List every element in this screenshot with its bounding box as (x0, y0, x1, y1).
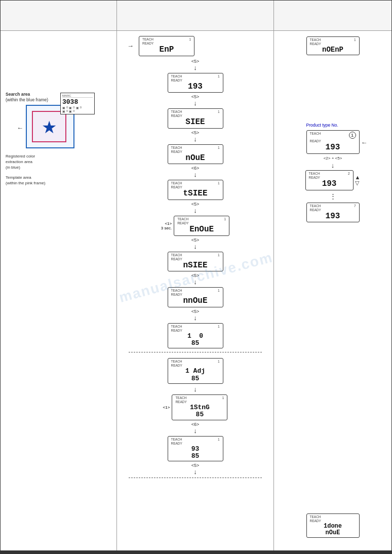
step7-label: <5> (191, 273, 200, 278)
lcd6-num: 1 (224, 217, 226, 221)
lcd10-num: 1 (218, 360, 220, 363)
lcdr5-ready: READY (310, 519, 321, 523)
lcd7-ready: READY (171, 257, 182, 261)
step11-arrow: <6> ↓ (191, 422, 200, 434)
down-arrow-3: ↓ (193, 135, 197, 143)
lcdr1-num: 1 (354, 38, 356, 42)
header-left (1, 1, 117, 30)
step6-note: <1>3 sec. (161, 221, 172, 230)
down-arrow-6: ↓ (193, 243, 197, 250)
lcd5-teach: TEACH (171, 181, 182, 185)
panel-value: 3038 (62, 98, 93, 106)
step11-row: <1> TEACH 1 READY 1StnG85 (163, 393, 228, 421)
step12-label: <5> (191, 463, 200, 468)
lcd11-value: 1StnG85 (175, 404, 224, 419)
product-type-label: Product type No. (306, 123, 360, 128)
lcd6-value: EnOuE (177, 225, 226, 234)
circled-1: 1 (349, 132, 356, 139)
step4-arrow: <6> ↓ (191, 166, 200, 178)
lcd1-ready: READY (142, 42, 153, 45)
updown-arrows: ▲ ▽ (355, 175, 361, 186)
step6-arrow: <5> ↓ (191, 238, 200, 250)
lcd12-ready: READY (171, 442, 182, 445)
lcd2-ready: READY (171, 78, 182, 82)
r3-separator: ⋮ (330, 192, 336, 200)
right-arrow-icon: → (127, 42, 134, 50)
lcdr3-teach: TEACH (309, 172, 320, 175)
step1-arrow: <5> ↓ (191, 59, 200, 71)
left-arrow-icon: ← (17, 124, 23, 132)
dashed-sep-2 (129, 478, 262, 478)
lcd9-value: 1 085 (171, 333, 220, 347)
template-area-label: Template area(within the pink frame) (6, 175, 97, 186)
down-arrow-12: ↓ (193, 468, 197, 476)
right-column: TEACH 1 READY nOEnP Product type No. TEA… (274, 31, 391, 550)
header-bar (1, 1, 391, 31)
step5-arrow: <5> ↓ (191, 202, 200, 214)
star-icon: ★ (35, 114, 63, 140)
step5-label: <5> (191, 202, 200, 207)
lcd-stng-85: TEACH 1 READY 1StnG85 (172, 394, 227, 420)
lcd-size: TEACH 1 READY SIEE (168, 108, 223, 129)
lcd4-num: 1 (218, 146, 220, 149)
step11-label: <6> (191, 422, 200, 427)
step2-label: <5> (191, 94, 200, 99)
lcd-adj-85: TEACH 1 READY 1 Adj85 (168, 358, 223, 384)
lcdr3-num: 2 (348, 172, 350, 175)
step4-label: <6> (191, 166, 200, 171)
step3-arrow: <5> ↓ (191, 130, 200, 143)
lcd12-num: 1 (218, 438, 220, 441)
lcd-93-85: TEACH 1 READY 9385 (168, 436, 223, 462)
lcd8-num: 1 (218, 289, 220, 292)
lcd8-ready: READY (171, 293, 182, 296)
step2-arrow: <5> ↓ (191, 94, 200, 107)
lcd-193-circled: TEACH 1 READY 193 (306, 130, 360, 154)
lcd6-ready: READY (177, 221, 188, 225)
lcdr2-ready: READY (310, 139, 321, 143)
lcdr4-ready: READY (310, 208, 321, 212)
left-column: Search area(within the blue frame) ★ ← M… (1, 31, 117, 550)
down-arrow-10: ↓ (193, 385, 197, 393)
lcd6-teach: TEACH (177, 217, 188, 221)
lcd8-value: nnOuE (171, 297, 220, 306)
lcd-nsiee: TEACH 1 READY nSIEE (168, 252, 223, 272)
panel-name: MARC (62, 94, 93, 98)
step11-note: <1> (163, 405, 170, 410)
down-arrow-5: ↓ (193, 207, 197, 214)
step1-label: <5> (191, 59, 200, 64)
lcdr1-ready: READY (310, 42, 321, 46)
lcd-193-circled-container: TEACH 1 READY 193 ← (306, 129, 360, 155)
down-arrow-11: ↓ (193, 427, 197, 434)
lcd4-ready: READY (171, 150, 182, 153)
down-arrow-2: ↓ (193, 99, 197, 107)
lcd4-teach: TEACH (171, 146, 182, 149)
step8-label: <5> (191, 309, 200, 314)
lcd-noenp: TEACH 1 READY nOEnP (306, 36, 360, 55)
display-panel: MARC 3038 ▣ 0 ▣ 0 ▣ 0 ▣ 0 ▣ 0 (60, 93, 95, 114)
dashed-sep-1 (129, 352, 262, 352)
lcd10-ready: READY (171, 364, 182, 367)
lcd-enp: TEACH 1 READY EnP (139, 36, 194, 56)
lcd10-teach: TEACH (171, 360, 182, 363)
lcd10-value: 1 Adj85 (171, 368, 220, 382)
down-arrow-1: ↓ (193, 64, 197, 71)
lcd9-teach: TEACH (171, 325, 182, 328)
lcdr4-teach: TEACH (310, 204, 321, 208)
search-area-diagram: Search area(within the blue frame) ★ ← M… (6, 92, 97, 186)
panel-row2: ▣ 0 ▣ 0 ▣ 0 (62, 106, 93, 109)
down-arrow-7: ↓ (193, 278, 197, 286)
lcd1-value: EnP (142, 46, 191, 55)
lcd-noue: TEACH 1 READY nOuE (168, 144, 223, 165)
header-right (274, 1, 391, 30)
lcdr2-teach: TEACH (310, 132, 321, 139)
left-arrow-r2: ← (361, 138, 368, 146)
registered-color-label: Registered colorextraction area(in blue) (6, 153, 97, 171)
step7-arrow: <5> ↓ (191, 273, 200, 286)
lcd3-teach: TEACH (171, 110, 182, 113)
lcd4-value: nOuE (171, 154, 220, 163)
lcd11-teach: TEACH (175, 396, 186, 400)
lcd-193a: TEACH 1 READY 193 (168, 73, 223, 93)
main-content: Search area(within the blue frame) ★ ← M… (1, 31, 391, 550)
lcd9-num: 1 (218, 325, 220, 328)
lcd-7-193: TEACH 7 READY 193 (306, 203, 360, 223)
